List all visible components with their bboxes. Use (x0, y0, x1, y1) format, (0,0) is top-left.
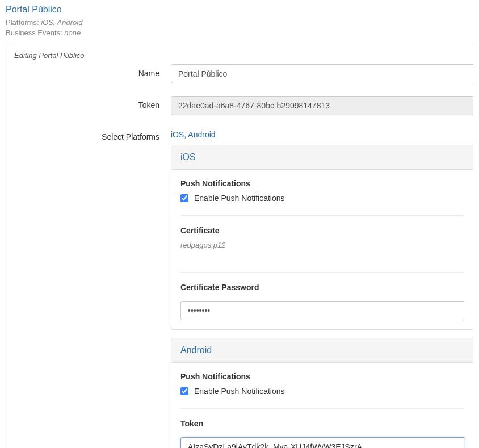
name-row: Name (7, 64, 473, 83)
divider (180, 215, 464, 216)
divider (180, 408, 464, 409)
ios-push-title: Push Notifications (180, 179, 464, 188)
android-enable-label: Enable Push Notifications (194, 387, 285, 396)
ios-cert-title: Certificate (180, 226, 464, 235)
token-row: Token (7, 96, 473, 115)
name-input[interactable] (171, 64, 473, 83)
ios-cert-password-title: Certificate Password (180, 283, 464, 292)
ios-header[interactable]: iOS (171, 145, 473, 170)
android-push-title: Push Notifications (180, 372, 464, 381)
ios-body: Push Notifications Enable Push Notificat… (171, 170, 473, 329)
token-label: Token (7, 96, 171, 110)
business-events-meta: Business Events: none (6, 28, 473, 37)
page-header: Portal Público Platforms: iOS, Android B… (6, 5, 473, 37)
business-events-meta-value: none (64, 28, 81, 37)
android-panel: Android Push Notifications Enable Push N… (171, 338, 473, 448)
platforms-meta: Platforms: iOS, Android (6, 18, 473, 27)
android-body: Push Notifications Enable Push Notificat… (171, 363, 473, 448)
ios-enable-label: Enable Push Notifications (194, 194, 285, 203)
edit-panel: Editing Portal Público Name Token Select… (7, 45, 473, 448)
token-input (171, 96, 473, 115)
android-token-title: Token (180, 419, 464, 428)
divider (180, 272, 464, 273)
panel-heading: Editing Portal Público (7, 45, 473, 64)
ios-cert-filename: redpagos.p12 (180, 241, 464, 249)
platforms-meta-value: iOS, Android (41, 18, 82, 27)
ios-cert-password-input[interactable] (180, 301, 464, 320)
name-label: Name (7, 64, 171, 78)
android-enable-checkbox[interactable] (180, 387, 188, 395)
business-events-meta-label: Business Events: (6, 28, 62, 37)
android-token-input[interactable] (180, 437, 464, 448)
ios-panel: iOS Push Notifications Enable Push Notif… (171, 145, 473, 330)
android-enable-row: Enable Push Notifications (180, 387, 464, 396)
app-title[interactable]: Portal Público (6, 5, 473, 15)
ios-enable-row: Enable Push Notifications (180, 194, 464, 203)
select-platforms-row: Select Platforms iOS, Android iOS Push N… (7, 128, 473, 448)
platforms-meta-label: Platforms: (6, 18, 39, 27)
android-header[interactable]: Android (171, 338, 473, 363)
select-platforms-label: Select Platforms (7, 128, 171, 141)
ios-enable-checkbox[interactable] (180, 194, 188, 202)
platforms-link[interactable]: iOS, Android (171, 128, 473, 139)
